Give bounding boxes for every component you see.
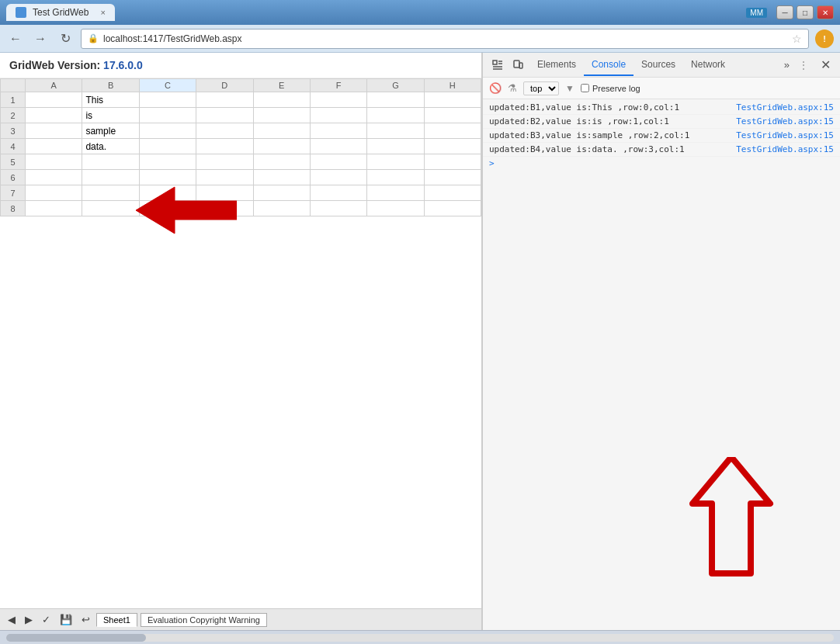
cell-f3[interactable] (310, 123, 366, 139)
extension-button[interactable]: ! (815, 29, 834, 48)
cell-b5[interactable] (82, 154, 139, 170)
filter-icon[interactable]: ⚗ (508, 82, 517, 94)
cell-g1[interactable] (367, 92, 424, 108)
cell-c4[interactable] (139, 139, 196, 154)
maximize-button[interactable]: □ (797, 5, 814, 19)
cell-g2[interactable] (367, 108, 424, 123)
cell-g6[interactable] (367, 170, 424, 185)
cell-d1[interactable] (196, 92, 253, 108)
sheet1-tab[interactable]: Sheet1 (96, 613, 137, 627)
cell-f1[interactable] (310, 92, 366, 108)
bookmark-star[interactable]: ☆ (792, 33, 802, 45)
cell-f6[interactable] (310, 170, 366, 185)
cell-a6[interactable] (26, 170, 82, 185)
cell-a3[interactable] (26, 123, 82, 139)
cell-b1[interactable]: This (82, 92, 139, 108)
cell-b8[interactable] (82, 201, 139, 216)
cell-c6[interactable] (139, 170, 196, 185)
tab-elements[interactable]: Elements (529, 54, 584, 76)
cell-g4[interactable] (367, 139, 424, 154)
cell-a7[interactable] (26, 185, 82, 201)
cell-e7[interactable] (253, 185, 310, 201)
cell-f8[interactable] (310, 201, 366, 216)
cell-e8[interactable] (253, 201, 310, 216)
console-link-4[interactable]: TestGridWeb.aspx:15 (736, 144, 834, 154)
cell-d3[interactable] (196, 123, 253, 139)
cell-e6[interactable] (253, 170, 310, 185)
cell-f4[interactable] (310, 139, 366, 154)
save-btn[interactable]: 💾 (57, 612, 75, 627)
tab-console[interactable]: Console (584, 54, 633, 76)
cell-e3[interactable] (253, 123, 310, 139)
cell-a4[interactable] (26, 139, 82, 154)
cell-d6[interactable] (196, 170, 253, 185)
cell-c2[interactable] (139, 108, 196, 123)
device-toggle-btn[interactable] (509, 57, 526, 74)
minimize-button[interactable]: ─ (776, 5, 793, 19)
cell-a2[interactable] (26, 108, 82, 123)
tab-sources[interactable]: Sources (633, 54, 683, 76)
console-link-3[interactable]: TestGridWeb.aspx:15 (736, 130, 834, 140)
back-button[interactable]: ← (6, 29, 25, 48)
cell-h6[interactable] (424, 170, 481, 185)
preserve-log-checkbox[interactable] (581, 84, 589, 92)
close-button[interactable]: ✕ (817, 5, 834, 19)
scrollbar-thumb[interactable] (6, 634, 146, 642)
cell-h7[interactable] (424, 185, 481, 201)
cell-a1[interactable] (26, 92, 82, 108)
cell-g3[interactable] (367, 123, 424, 139)
check-btn[interactable]: ✓ (39, 612, 54, 627)
console-link-1[interactable]: TestGridWeb.aspx:15 (736, 102, 834, 113)
inspect-element-btn[interactable] (489, 57, 506, 74)
top-selector[interactable]: top (523, 81, 559, 95)
cell-f5[interactable] (310, 154, 366, 170)
cell-c3[interactable] (139, 123, 196, 139)
cell-g8[interactable] (367, 201, 424, 216)
cell-b4[interactable]: data. (82, 139, 139, 154)
cell-c5[interactable] (139, 154, 196, 170)
cell-e1[interactable] (253, 92, 310, 108)
cell-f7[interactable] (310, 185, 366, 201)
cell-a8[interactable] (26, 201, 82, 216)
browser-tab[interactable]: Test GridWeb × (6, 4, 115, 21)
cell-c1[interactable] (139, 92, 196, 108)
cell-d5[interactable] (196, 154, 253, 170)
devtools-more-btn[interactable]: » (781, 56, 793, 74)
cell-d4[interactable] (196, 139, 253, 154)
cell-h2[interactable] (424, 108, 481, 123)
cell-d8[interactable] (196, 201, 253, 216)
cell-g5[interactable] (367, 154, 424, 170)
cell-h5[interactable] (424, 154, 481, 170)
block-icon[interactable]: 🚫 (489, 82, 502, 94)
cell-e5[interactable] (253, 154, 310, 170)
cell-c8[interactable] (139, 201, 196, 216)
top-dropdown-arrow[interactable]: ▼ (565, 83, 574, 94)
tab-network[interactable]: Network (683, 54, 733, 76)
prev-sheet-btn[interactable]: ◀ (5, 612, 19, 627)
cell-h4[interactable] (424, 139, 481, 154)
cell-h1[interactable] (424, 92, 481, 108)
address-bar[interactable]: 🔒 localhost:1417/TestGridWeb.aspx ☆ (81, 29, 809, 49)
cell-d7[interactable] (196, 185, 253, 201)
next-sheet-btn[interactable]: ▶ (22, 612, 36, 627)
cell-b6[interactable] (82, 170, 139, 185)
cell-a5[interactable] (26, 154, 82, 170)
devtools-close-btn[interactable]: ✕ (817, 54, 834, 75)
cell-b3[interactable]: sample (82, 123, 139, 139)
cell-c7[interactable] (139, 185, 196, 201)
cell-b2[interactable]: is (82, 108, 139, 123)
cell-h3[interactable] (424, 123, 481, 139)
preserve-log-label[interactable]: Preserve log (581, 84, 640, 93)
cell-g7[interactable] (367, 185, 424, 201)
console-link-2[interactable]: TestGridWeb.aspx:15 (736, 116, 834, 126)
cell-e2[interactable] (253, 108, 310, 123)
cell-e4[interactable] (253, 139, 310, 154)
cell-f2[interactable] (310, 108, 366, 123)
refresh-button[interactable]: ↻ (56, 29, 75, 48)
tab-close-btn[interactable]: × (101, 8, 106, 17)
forward-button[interactable]: → (31, 29, 50, 48)
devtools-settings-icon[interactable]: ⋮ (796, 60, 811, 71)
horizontal-scrollbar[interactable] (6, 634, 834, 642)
cell-h8[interactable] (424, 201, 481, 216)
cell-b7[interactable] (82, 185, 139, 201)
